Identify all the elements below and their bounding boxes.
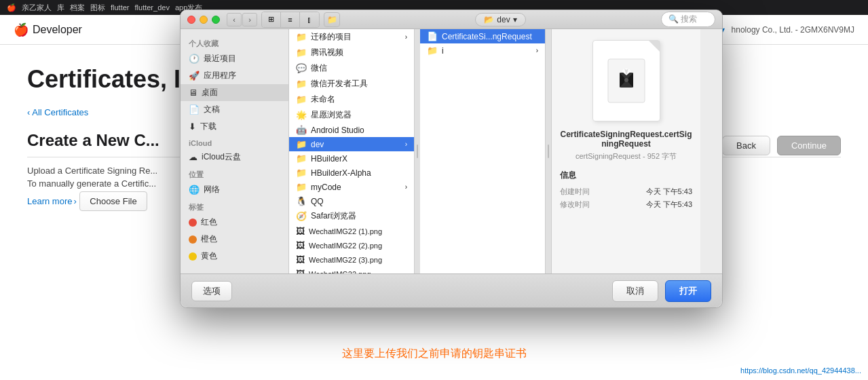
open-button[interactable]: 打开	[665, 280, 711, 302]
list-item[interactable]: 🖼 WechatIMG22 (3).png	[289, 252, 414, 267]
sidebar-item-label: 最近项目	[204, 53, 236, 64]
close-button[interactable]	[187, 16, 195, 24]
chevron-right-icon: ›	[405, 140, 407, 148]
team-name: hnology Co., Ltd. - 2GMX6NV9MJ	[732, 25, 854, 35]
list-item[interactable]: 📁 HBuilderX-Alpha	[289, 166, 414, 180]
sidebar-item-downloads[interactable]: ⬇ 下载	[181, 118, 288, 135]
back-button[interactable]: Back	[722, 136, 770, 155]
folder-icon: 📁	[296, 94, 307, 104]
image-icon: 🖼	[296, 226, 305, 236]
info-section-label: 信息	[560, 170, 576, 181]
file-label: CertificateSi...ngRequest	[442, 32, 532, 41]
modified-value: 今天 下午5:43	[646, 200, 692, 210]
qq-icon: 🐧	[296, 196, 307, 206]
modified-label: 修改时间	[560, 200, 590, 210]
section-location-label: 位置	[181, 166, 288, 181]
icon-view-button[interactable]: ⊞	[262, 12, 281, 27]
info-row-created: 创建时间 今天 下午5:43	[560, 187, 692, 197]
sidebar-item-apps[interactable]: 🚀 应用程序	[181, 67, 288, 84]
file-label: QQ	[311, 197, 324, 206]
sidebar-item-tag-orange[interactable]: 橙色	[181, 231, 288, 248]
file-label: WechatIMG22 (3).png	[309, 256, 382, 264]
dialog-body: 个人收藏 🕐 最近项目 🚀 应用程序 🖥 桌面 📄 文稿 ⬇ 下载 iCloud	[181, 29, 722, 273]
file-label: dev	[311, 140, 324, 149]
location-chevron-icon: ▾	[513, 15, 517, 24]
image-icon: 🖼	[296, 269, 305, 273]
search-input[interactable]: 🔍 搜索	[661, 12, 715, 27]
back-arrow-button[interactable]: ‹	[227, 13, 242, 26]
sidebar-item-documents[interactable]: 📄 文稿	[181, 101, 288, 118]
sidebar-item-label: 网络	[204, 184, 220, 195]
list-item[interactable]: 🖼 WechatIMG22.png	[289, 267, 414, 273]
list-item[interactable]: 🤖 Android Studio	[289, 123, 414, 137]
menu-item-1[interactable]: 亲乙家人	[22, 3, 52, 13]
list-item[interactable]: 💬 微信	[289, 60, 414, 76]
file-label: 未命名	[311, 94, 335, 105]
sidebar-item-icloud[interactable]: ☁ iCloud云盘	[181, 149, 288, 166]
menu-item-3[interactable]: 档案	[70, 3, 85, 13]
list-item[interactable]: 📁 i ›	[420, 43, 545, 58]
url-bar: https://blog.csdn.net/qq_42944438...	[740, 366, 861, 375]
learn-more-link[interactable]: Learn more ›	[27, 196, 77, 206]
wechat-icon: 💬	[296, 63, 307, 73]
chevron-right-icon: ›	[405, 183, 407, 191]
sidebar-item-desktop[interactable]: 🖥 桌面	[181, 84, 288, 101]
sidebar-item-label: 下载	[200, 121, 216, 132]
options-button[interactable]: 选项	[191, 281, 232, 301]
preview-panel: CertificateSigningRequest.certSigningReq…	[551, 29, 700, 273]
new-folder-button[interactable]: 📁	[324, 12, 340, 27]
menu-item-4[interactable]: 图标	[90, 3, 105, 13]
section-icloud-label: iCloud	[181, 135, 288, 149]
list-item[interactable]: 📁 未命名	[289, 92, 414, 107]
file-columns: 📁 迁移的项目 › 📁 腾讯视频 💬 微信 📁 微信开发者工具 📁	[289, 29, 722, 273]
sidebar-item-network[interactable]: 🌐 网络	[181, 181, 288, 198]
red-tag-icon	[189, 218, 197, 227]
list-view-button[interactable]: ≡	[281, 12, 300, 27]
folder-icon: 📁	[296, 79, 307, 89]
section-tags-label: 标签	[181, 198, 288, 214]
sidebar-item-tag-yellow[interactable]: 黄色	[181, 248, 288, 265]
list-item-dev[interactable]: 📁 dev ›	[289, 137, 414, 151]
file-column-1: 📁 迁移的项目 › 📁 腾讯视频 💬 微信 📁 微信开发者工具 📁	[289, 29, 415, 273]
sidebar-item-label: iCloud云盘	[202, 151, 241, 163]
column-view-button[interactable]: ⫿	[300, 12, 319, 27]
list-item-cert[interactable]: 📄 CertificateSi...ngRequest	[420, 29, 545, 43]
resize-dot	[417, 145, 418, 158]
menu-item-2[interactable]: 库	[57, 3, 64, 13]
cancel-button[interactable]: 取消	[612, 280, 658, 302]
file-label: i	[442, 46, 444, 56]
cert-file-icon: 📄	[427, 31, 438, 41]
minimize-button[interactable]	[200, 16, 208, 24]
chevron-right-icon: ›	[405, 33, 407, 41]
list-item[interactable]: 🧭 Safari浏览器	[289, 208, 414, 224]
list-item[interactable]: 🖼 WechatIMG22 (1).png	[289, 224, 414, 238]
view-buttons: ⊞ ≡ ⫿	[261, 12, 320, 28]
sidebar-item-recent[interactable]: 🕐 最近项目	[181, 50, 288, 67]
apple-menu[interactable]: 🍎	[7, 3, 16, 12]
resize-handle-1[interactable]	[415, 29, 420, 273]
list-item[interactable]: 🖼 WechatIMG22 (2).png	[289, 238, 414, 252]
maximize-button[interactable]	[212, 16, 220, 24]
sidebar-item-tag-red[interactable]: 红色	[181, 214, 288, 231]
list-item[interactable]: 🐧 QQ	[289, 194, 414, 208]
menu-item-5[interactable]: flutter	[111, 3, 130, 12]
resize-handle-2[interactable]	[546, 29, 551, 273]
list-item[interactable]: 🌟 星愿浏览器	[289, 107, 414, 123]
list-item[interactable]: 📁 myCode ›	[289, 180, 414, 194]
folder-icon: 📁	[296, 153, 307, 164]
choose-file-button[interactable]: Choose File	[79, 191, 147, 211]
list-item[interactable]: 📁 HBuilderX	[289, 151, 414, 166]
folder-icon: 📁	[296, 168, 307, 178]
list-item[interactable]: 📁 微信开发者工具	[289, 76, 414, 92]
documents-icon: 📄	[189, 104, 200, 115]
list-item[interactable]: 📁 腾讯视频	[289, 45, 414, 60]
forward-arrow-button[interactable]: ›	[242, 13, 257, 26]
folder-icon: 📁	[427, 45, 438, 56]
menu-item-6[interactable]: flutter_dev	[135, 3, 170, 12]
svg-point-4	[624, 78, 628, 82]
list-item[interactable]: 📁 迁移的项目 ›	[289, 29, 414, 45]
safari-icon: 🧭	[296, 211, 307, 221]
sidebar-item-label: 红色	[201, 216, 217, 228]
continue-button[interactable]: Continue	[777, 136, 841, 155]
learn-more-text: Learn more	[27, 196, 72, 206]
